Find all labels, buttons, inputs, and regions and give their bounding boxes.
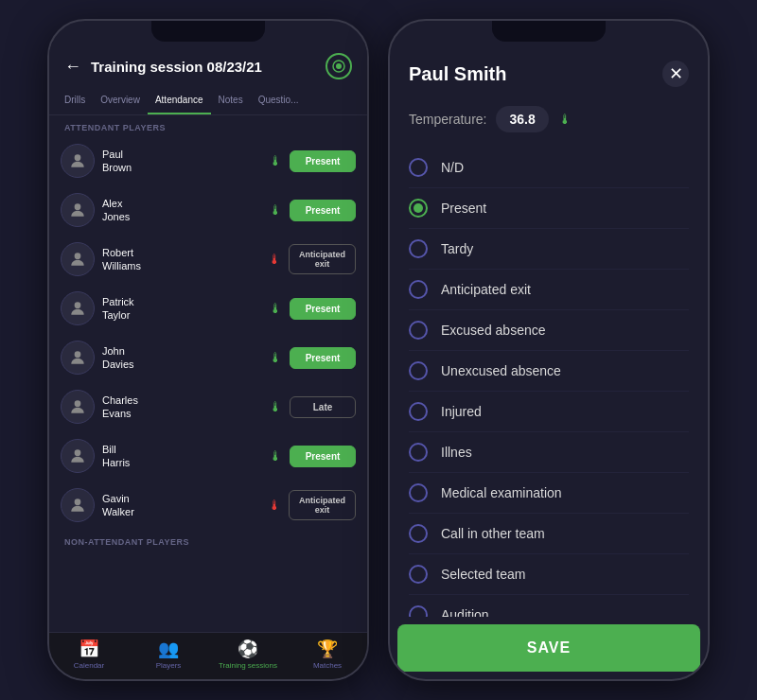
avatar — [61, 291, 95, 325]
option-present[interactable]: Present — [409, 188, 689, 229]
option-unexcused[interactable]: Unexcused absence — [409, 351, 689, 392]
radio-unexcused[interactable] — [409, 361, 428, 380]
bottom-nav: 📅 Calendar 👥 Players ⚽ Training sessions… — [49, 632, 367, 679]
option-medical[interactable]: Medical examination — [409, 473, 689, 514]
thermometer-icon: 🌡 — [269, 448, 282, 464]
matches-icon: 🏆 — [317, 639, 338, 659]
nav-label-players: Players — [156, 661, 182, 670]
avatar — [61, 488, 95, 522]
option-label-unexcused: Unexcused absence — [441, 363, 561, 378]
status-button[interactable]: Present — [290, 347, 356, 369]
player-name: PatrickTaylor — [102, 295, 261, 323]
player-name: PaulBrown — [102, 148, 261, 175]
svg-point-8 — [75, 449, 81, 456]
tab-bar: Drills Overview Attendance Notes Questio… — [49, 87, 367, 115]
thermometer-icon: 🌡 — [269, 399, 282, 414]
list-item[interactable]: AlexJones 🌡 Present — [49, 185, 367, 235]
tab-notes[interactable]: Notes — [211, 87, 251, 114]
save-button[interactable]: SAVE — [397, 624, 700, 672]
notch-right — [492, 21, 606, 42]
option-selected-team[interactable]: Selected team — [409, 554, 689, 595]
option-audition[interactable]: Audition — [409, 595, 689, 617]
radio-medical[interactable] — [409, 483, 428, 502]
radio-audition[interactable] — [409, 605, 428, 617]
temp-label: Temperature: — [409, 112, 486, 127]
status-button[interactable]: Present — [290, 150, 356, 172]
option-label-anticipated-exit: Anticipated exit — [441, 282, 531, 297]
radio-call-other-team[interactable] — [409, 524, 428, 543]
list-item[interactable]: PatrickTaylor 🌡 Present — [49, 284, 367, 333]
radio-anticipated-exit[interactable] — [409, 280, 428, 299]
tab-attendance[interactable]: Attendance — [148, 87, 211, 114]
thermometer-icon: 🌡 — [268, 498, 281, 513]
option-tardy[interactable]: Tardy — [409, 229, 689, 270]
radio-excused[interactable] — [409, 321, 428, 340]
nav-item-matches[interactable]: 🏆 Matches — [288, 639, 367, 670]
tab-questionnaire[interactable]: Questio... — [251, 87, 307, 114]
svg-point-1 — [336, 63, 342, 69]
option-label-nd: N/D — [441, 160, 464, 175]
svg-point-6 — [75, 351, 81, 358]
player-name: CharlesEvans — [102, 394, 261, 421]
status-button[interactable]: Late — [290, 396, 356, 418]
thermometer-icon: 🌡 — [269, 350, 282, 365]
list-item[interactable]: RobertWilliams 🌡 Anticipatedexit — [49, 235, 367, 284]
radio-injured[interactable] — [409, 402, 428, 421]
option-label-injured: Injured — [441, 404, 482, 419]
option-nd[interactable]: N/D — [409, 148, 689, 188]
tab-drills[interactable]: Drills — [57, 87, 93, 114]
tab-overview[interactable]: Overview — [93, 87, 148, 114]
list-item[interactable]: PaulBrown 🌡 Present — [49, 136, 367, 185]
player-name: AlexJones — [102, 197, 261, 224]
option-label-tardy: Tardy — [441, 241, 473, 256]
training-icon: ⚽ — [238, 639, 258, 659]
option-label-present: Present — [441, 201, 486, 216]
session-icon[interactable] — [326, 53, 352, 79]
list-item[interactable]: JohnDavies 🌡 Present — [49, 333, 367, 382]
status-button[interactable]: Present — [290, 298, 356, 320]
svg-point-4 — [75, 253, 81, 259]
option-excused[interactable]: Excused absence — [409, 310, 689, 351]
radio-nd[interactable] — [409, 158, 428, 177]
avatar — [61, 390, 95, 424]
nav-label-matches: Matches — [313, 661, 342, 670]
player-list-scroll[interactable]: ATTENDANT PLAYERS PaulBrown 🌡 Present Al… — [49, 115, 367, 632]
list-item[interactable]: BillHarris 🌡 Present — [49, 431, 367, 481]
nav-item-players[interactable]: 👥 Players — [129, 639, 208, 670]
svg-point-2 — [75, 154, 81, 161]
thermometer-icon: 🌡 — [268, 252, 281, 267]
status-button[interactable]: Anticipatedexit — [289, 490, 356, 520]
list-item[interactable]: GavinWalker 🌡 Anticipatedexit — [49, 481, 367, 530]
nav-item-calendar[interactable]: 📅 Calendar — [49, 639, 129, 670]
option-label-audition: Audition — [441, 607, 489, 617]
modal-title: Paul Smith — [409, 63, 506, 85]
back-button[interactable]: ← — [64, 57, 81, 77]
thermometer-icon: 🌡 — [558, 112, 572, 127]
svg-point-9 — [75, 499, 81, 505]
radio-illnes[interactable] — [409, 443, 428, 462]
nav-label-training: Training sessions — [219, 661, 277, 670]
section-attendant-label: ATTENDANT PLAYERS — [49, 115, 367, 136]
thermometer-icon: 🌡 — [269, 202, 282, 218]
section-non-attendant-label: NON-ATTENDANT PLAYERS — [49, 530, 367, 551]
header: ← Training session 08/23/21 — [49, 42, 367, 87]
svg-point-3 — [75, 203, 81, 210]
list-item[interactable]: CharlesEvans 🌡 Late — [49, 382, 367, 431]
option-illnes[interactable]: Illnes — [409, 432, 689, 473]
calendar-icon: 📅 — [79, 639, 99, 659]
left-phone: ← Training session 08/23/21 Drills Overv… — [47, 19, 369, 681]
player-name: GavinWalker — [102, 492, 260, 519]
option-anticipated-exit[interactable]: Anticipated exit — [409, 270, 689, 310]
page-title: Training session 08/23/21 — [91, 59, 316, 75]
status-button[interactable]: Anticipatedexit — [289, 244, 356, 274]
option-injured[interactable]: Injured — [409, 392, 689, 432]
close-button[interactable]: ✕ — [662, 61, 689, 87]
nav-item-training[interactable]: ⚽ Training sessions — [208, 639, 288, 670]
status-button[interactable]: Present — [290, 200, 356, 221]
option-call-other-team[interactable]: Call in other team — [409, 514, 689, 554]
radio-present[interactable] — [409, 199, 428, 218]
radio-selected-team[interactable] — [409, 565, 428, 584]
radio-tardy[interactable] — [409, 239, 428, 258]
avatar — [61, 193, 95, 227]
status-button[interactable]: Present — [290, 446, 356, 467]
